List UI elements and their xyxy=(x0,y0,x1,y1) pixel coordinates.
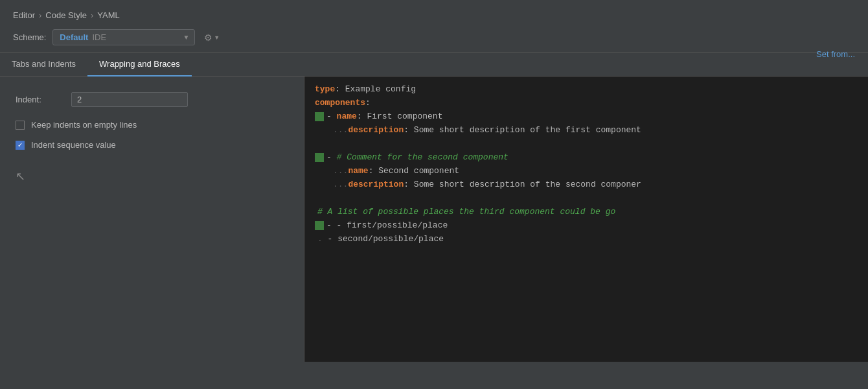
code-comment: # Comment for the second component xyxy=(337,151,508,165)
indent-setting-row: Indent: xyxy=(16,92,288,107)
code-key: components xyxy=(315,97,365,110)
code-val: - xyxy=(326,151,337,165)
breadcrumb-code-style: Code Style xyxy=(45,10,87,20)
code-dot: ... xyxy=(333,124,348,137)
code-line-2: components: xyxy=(304,97,868,110)
tab-wrapping-braces[interactable]: Wrapping and Braces xyxy=(87,53,192,77)
code-val: : xyxy=(365,97,371,110)
breadcrumb-sep-2: › xyxy=(91,10,93,20)
code-val: - - first/possible/place xyxy=(326,219,448,233)
code-line-5: - # Comment for the second component xyxy=(304,151,868,165)
indent-sequence-label: Indent sequence value xyxy=(31,140,116,150)
header: Editor › Code Style › YAML Scheme: Defau… xyxy=(0,0,868,53)
code-val: : Some short description of the second c… xyxy=(404,178,641,192)
breadcrumb-yaml: YAML xyxy=(97,10,119,20)
code-line-8: # A list of possible places the third co… xyxy=(304,206,868,219)
code-line-3: - name: First component xyxy=(304,110,868,124)
gear-arrow-icon: ▼ xyxy=(214,34,220,41)
code-val: - second/possible/place xyxy=(328,233,444,246)
settings-panel: Indent: Keep indents on empty lines Inde… xyxy=(0,77,304,362)
scheme-ide-text: IDE xyxy=(92,32,106,42)
code-line-9: - - first/possible/place xyxy=(304,219,868,233)
tabs-bar: Tabs and Indents Wrapping and Braces xyxy=(0,53,868,77)
code-key: description xyxy=(348,124,404,137)
breadcrumb-editor: Editor xyxy=(13,10,35,20)
scheme-default-text: Default xyxy=(60,32,88,42)
cursor-area: ↖ xyxy=(16,169,288,183)
code-key: type xyxy=(315,83,335,97)
code-comment: # A list of possible places the third co… xyxy=(317,206,615,219)
code-line-10: . - second/possible/place xyxy=(304,233,868,246)
code-line-empty-1 xyxy=(304,137,868,151)
code-key: name xyxy=(337,110,357,124)
keep-indents-row: Keep indents on empty lines xyxy=(16,120,288,130)
code-key: name xyxy=(348,165,368,178)
breadcrumb: Editor › Code Style › YAML xyxy=(13,10,855,20)
indent-sequence-checkbox[interactable] xyxy=(16,141,25,150)
scheme-label: Scheme: xyxy=(13,32,46,42)
code-val: : Example config xyxy=(335,83,416,97)
main-content: Indent: Keep indents on empty lines Inde… xyxy=(0,77,868,362)
code-preview-panel: type: Example config components: - name:… xyxy=(304,77,868,362)
indent-label: Indent: xyxy=(16,95,61,104)
bullet-icon-2 xyxy=(315,153,324,162)
code-val: : Some short description of the first co… xyxy=(404,124,641,137)
code-val: - xyxy=(326,110,337,124)
code-dot: ... xyxy=(333,178,348,192)
code-line-4: ...description: Some short description o… xyxy=(304,124,868,137)
keep-indents-checkbox[interactable] xyxy=(16,121,25,130)
scheme-dropdown[interactable]: Default IDE ▼ xyxy=(52,29,195,45)
code-dot: . xyxy=(317,233,328,246)
dropdown-arrow-icon: ▼ xyxy=(183,34,189,41)
breadcrumb-sep-1: › xyxy=(39,10,41,20)
bullet-icon-3 xyxy=(315,221,324,230)
bullet-icon xyxy=(315,112,324,121)
gear-button[interactable]: ⚙ ▼ xyxy=(201,30,222,45)
indent-input[interactable] xyxy=(71,92,188,107)
code-val: : First component xyxy=(357,110,443,124)
code-line-7: ...description: Some short description o… xyxy=(304,178,868,192)
code-line-6: ...name: Second component xyxy=(304,165,868,178)
indent-sequence-row: Indent sequence value xyxy=(16,140,288,150)
tab-tabs-indents[interactable]: Tabs and Indents xyxy=(0,53,87,77)
code-line-empty-2 xyxy=(304,192,868,206)
code-dot: ... xyxy=(333,165,348,178)
code-key: description xyxy=(348,178,404,192)
code-val: : Second component xyxy=(369,165,459,178)
gear-icon: ⚙ xyxy=(204,32,212,43)
set-from-link[interactable]: Set from... xyxy=(816,49,855,59)
code-line-1: type: Example config xyxy=(304,83,868,97)
keep-indents-label: Keep indents on empty lines xyxy=(31,120,137,130)
